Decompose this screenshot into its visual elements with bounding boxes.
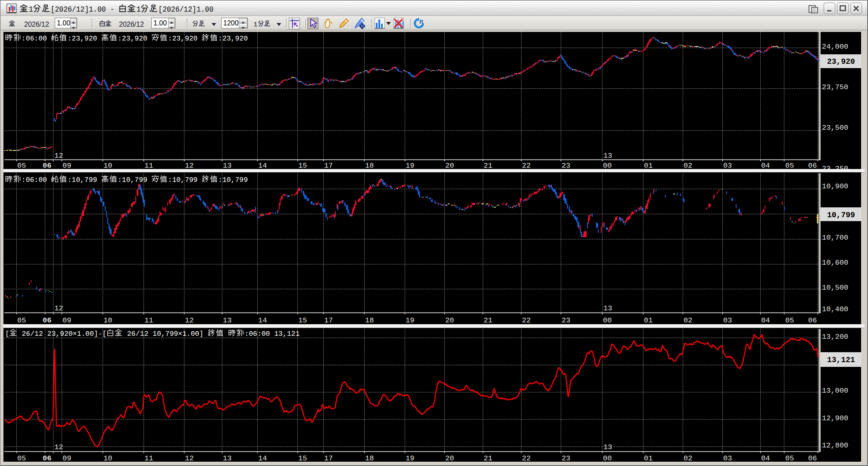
svg-text:11: 11 <box>144 454 153 463</box>
svg-text::10,799: :10,799 <box>68 176 102 184</box>
svg-text:18: 18 <box>365 316 374 325</box>
svg-text:13: 13 <box>223 454 231 463</box>
svg-text:12: 12 <box>185 162 194 170</box>
svg-text:20: 20 <box>445 454 454 463</box>
svg-text:26/12 23,920×1.00]-[: 26/12 23,920×1.00]-[ <box>18 330 107 338</box>
svg-text:05: 05 <box>17 162 26 170</box>
svg-text:10: 10 <box>103 454 112 463</box>
svg-text:12: 12 <box>54 443 63 451</box>
svg-text:04: 04 <box>761 316 770 325</box>
svg-text::23,920: :23,920 <box>218 34 248 43</box>
svg-text:10,600: 10,600 <box>822 259 848 267</box>
svg-text:15: 15 <box>298 162 307 170</box>
svg-text::10,799: :10,799 <box>168 176 202 184</box>
svg-text::06:00 13,121: :06:00 13,121 <box>244 330 300 338</box>
svg-text:[: [ <box>5 330 9 338</box>
svg-text:02: 02 <box>684 316 692 325</box>
svg-text::06:00: :06:00 <box>22 34 51 43</box>
svg-text:12,800: 12,800 <box>822 441 848 450</box>
svg-text::06:00: :06:00 <box>22 176 51 184</box>
svg-text:01: 01 <box>644 316 653 325</box>
svg-text:10: 10 <box>103 316 112 325</box>
svg-text:12: 12 <box>54 152 63 160</box>
svg-text:26/12 10,799×1.00]: 26/12 10,799×1.00] <box>123 330 208 338</box>
svg-text:04: 04 <box>761 454 770 463</box>
svg-text:13: 13 <box>603 443 612 451</box>
svg-text:13,000: 13,000 <box>822 387 848 395</box>
svg-text:01: 01 <box>644 454 653 463</box>
svg-text:04: 04 <box>761 162 770 170</box>
svg-text::23,920: :23,920 <box>118 34 152 43</box>
svg-text:23: 23 <box>562 454 570 463</box>
svg-text:23: 23 <box>562 162 570 170</box>
svg-text:00: 00 <box>603 316 612 325</box>
svg-text:21: 21 <box>484 162 492 170</box>
svg-text:21: 21 <box>484 454 492 463</box>
svg-text:09: 09 <box>62 316 71 325</box>
svg-text:06: 06 <box>43 316 51 325</box>
svg-text:14: 14 <box>258 454 267 463</box>
svg-text:06: 06 <box>808 454 817 463</box>
svg-text:17: 17 <box>324 316 333 325</box>
svg-text:19: 19 <box>406 316 414 325</box>
svg-text:24,000: 24,000 <box>822 43 848 51</box>
svg-text:03: 03 <box>723 162 732 170</box>
svg-text::23,920: :23,920 <box>68 34 102 43</box>
svg-text:23,920: 23,920 <box>827 57 855 66</box>
svg-text:19: 19 <box>406 162 414 170</box>
svg-text:23,500: 23,500 <box>822 124 848 132</box>
svg-text:21: 21 <box>484 316 492 325</box>
svg-text:05: 05 <box>17 316 26 325</box>
svg-text:02: 02 <box>684 162 692 170</box>
svg-text:11: 11 <box>144 162 153 170</box>
svg-text:00: 00 <box>603 454 612 463</box>
svg-text:19: 19 <box>406 454 414 463</box>
svg-text:17: 17 <box>324 454 333 463</box>
svg-text:17: 17 <box>324 162 333 170</box>
svg-text:15: 15 <box>298 316 307 325</box>
svg-text:20: 20 <box>445 316 454 325</box>
svg-text:10,799: 10,799 <box>827 211 855 219</box>
svg-text::10,799: :10,799 <box>218 176 248 184</box>
svg-text:10,400: 10,400 <box>822 305 848 313</box>
svg-text:20: 20 <box>445 162 454 170</box>
svg-text::10,799: :10,799 <box>118 176 152 184</box>
svg-text:14: 14 <box>258 162 267 170</box>
svg-text:18: 18 <box>365 162 374 170</box>
svg-text:12: 12 <box>185 316 194 325</box>
svg-text:12: 12 <box>185 454 194 463</box>
svg-text:14: 14 <box>258 316 267 325</box>
svg-text:03: 03 <box>723 454 732 463</box>
svg-text:10,900: 10,900 <box>822 182 848 191</box>
svg-text:12,900: 12,900 <box>822 414 848 422</box>
svg-text:09: 09 <box>62 162 71 170</box>
svg-text:05: 05 <box>785 316 794 325</box>
svg-text:10,500: 10,500 <box>822 284 848 292</box>
svg-text:13: 13 <box>223 162 231 170</box>
svg-text:23: 23 <box>562 316 570 325</box>
svg-text:06: 06 <box>43 454 51 463</box>
svg-text:05: 05 <box>785 162 794 170</box>
svg-text:10: 10 <box>103 162 112 170</box>
svg-text:02: 02 <box>684 454 692 463</box>
svg-text:00: 00 <box>603 162 612 170</box>
svg-text:22: 22 <box>522 316 531 325</box>
svg-text:10,700: 10,700 <box>822 234 848 242</box>
svg-text:11: 11 <box>144 316 153 325</box>
svg-text:05: 05 <box>17 454 26 463</box>
svg-text:03: 03 <box>723 316 732 325</box>
svg-text:06: 06 <box>808 162 817 170</box>
svg-text:23,750: 23,750 <box>822 83 848 91</box>
svg-text:22: 22 <box>522 162 531 170</box>
svg-text:09: 09 <box>62 454 71 463</box>
svg-text:13: 13 <box>223 316 231 325</box>
svg-text:13: 13 <box>603 304 612 313</box>
svg-text:05: 05 <box>785 454 794 463</box>
svg-text:13,121: 13,121 <box>827 356 855 364</box>
svg-text:12: 12 <box>54 304 63 313</box>
svg-text:06: 06 <box>808 316 817 325</box>
svg-text:15: 15 <box>298 454 307 463</box>
svg-text:13,200: 13,200 <box>822 333 848 341</box>
svg-text:18: 18 <box>365 454 374 463</box>
svg-text:01: 01 <box>644 162 653 170</box>
